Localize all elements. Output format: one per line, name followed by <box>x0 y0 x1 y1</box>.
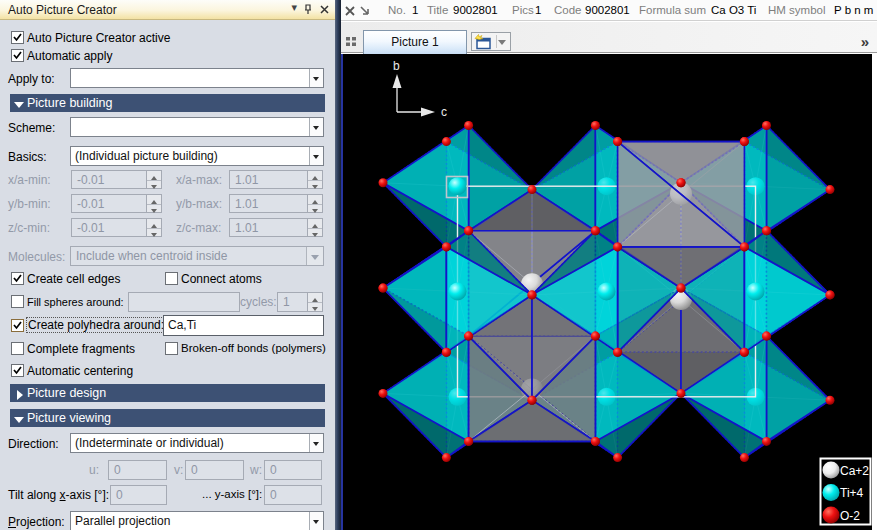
svg-text:O-2: O-2 <box>840 509 860 523</box>
svg-text:b: b <box>393 59 400 73</box>
svg-text:Ca+2: Ca+2 <box>840 464 869 478</box>
svg-text:c: c <box>441 105 447 119</box>
svg-text:Ti+4: Ti+4 <box>840 486 864 500</box>
